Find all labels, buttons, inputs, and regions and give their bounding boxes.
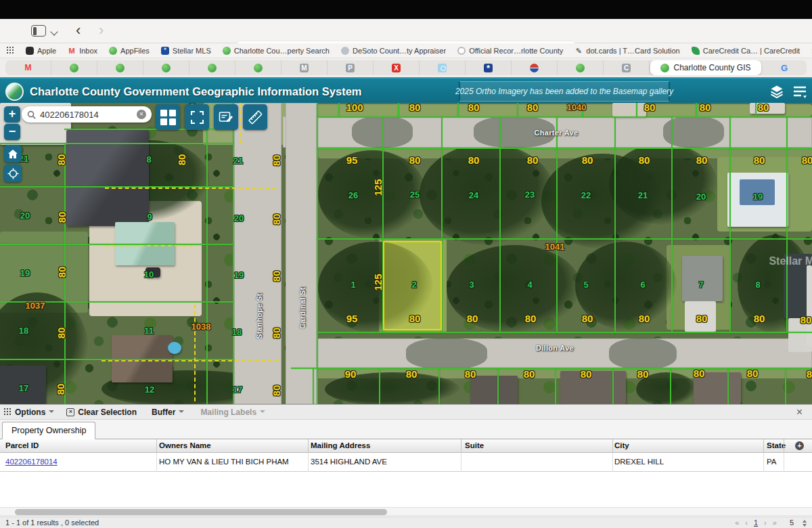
lot-number-label: 8 (146, 154, 151, 164)
bookmark-dotcards[interactable]: ✎dot.cards | T…Card Solution (574, 47, 679, 55)
map[interactable]: 100808080104080808080Charter Ave95808080… (0, 103, 812, 404)
scrollbar-thumb[interactable] (15, 509, 387, 515)
bookmark-carecredit[interactable]: CareCredit Ca… | CareCredit (692, 47, 800, 55)
clear-selection-button[interactable]: × Clear Selection (54, 408, 137, 417)
parcel-search-input[interactable]: 402206178014 × (22, 106, 152, 123)
locate-button[interactable] (4, 164, 22, 182)
buffer-menu[interactable]: Buffer (152, 408, 184, 417)
column-header-city[interactable]: City (614, 439, 629, 453)
column-header-state[interactable]: State (767, 439, 786, 453)
back-button[interactable]: ‹ (76, 21, 81, 40)
select-tool-button[interactable] (185, 104, 209, 130)
basemap-gallery-button[interactable] (156, 104, 180, 130)
tab-rail: MMPX*C Charlotte County GIS G (5, 60, 807, 75)
tab-property-ownership[interactable]: Property Ownership (2, 422, 95, 439)
search-value: 402206178014 (40, 110, 133, 120)
page-title: Charlotte County Government Geographic I… (30, 79, 361, 104)
tab-favicon[interactable]: * (466, 60, 512, 75)
lot-number-label: 11 (144, 326, 154, 336)
dimension-label: 80 (468, 103, 480, 113)
lot-number-label: 4 (527, 280, 532, 290)
zoom-in-button[interactable]: + (4, 106, 20, 123)
mailing-labels-menu[interactable]: Mailing Labels (200, 408, 265, 417)
tab-favicon[interactable] (512, 60, 558, 75)
pen-icon: ✎ (574, 47, 583, 55)
tab-favicon[interactable] (51, 60, 97, 75)
bookmark-inbox[interactable]: MInbox (68, 47, 97, 55)
dimension-label: 125 (372, 273, 384, 290)
tab-favicon[interactable] (189, 60, 235, 75)
gray-icon: C (622, 64, 631, 72)
dimension-label: 80 (465, 368, 476, 380)
close-panel-icon[interactable]: × (796, 406, 808, 418)
dimension-label: 95 (346, 154, 358, 166)
tab-favicon[interactable] (235, 60, 281, 75)
tab-favicon[interactable] (97, 60, 143, 75)
globe-icon (223, 47, 231, 55)
menu-icon[interactable] (792, 83, 808, 100)
column-header-suite[interactable]: Suite (465, 439, 484, 453)
tab-charlotte-county-gis[interactable]: Charlotte County GIS (650, 60, 761, 75)
dimension-label: 80 (758, 103, 769, 113)
table-header: Parcel ID Owners Name Mailing Address Su… (0, 439, 812, 453)
dimension-label: 80 (639, 313, 650, 324)
tab-favicon[interactable] (558, 60, 604, 75)
column-header-mailing-address[interactable]: Mailing Address (311, 439, 370, 453)
chevron-down-icon[interactable] (50, 28, 58, 35)
column-header-owners-name[interactable]: Owners Name (159, 439, 211, 453)
sphere-icon (530, 64, 539, 72)
first-page-button[interactable]: « (735, 517, 739, 528)
tab-favicon[interactable]: C (604, 60, 650, 75)
tab-favicon[interactable] (143, 60, 189, 75)
lot-number-label: 1 (351, 280, 355, 290)
dimension-label: 95 (346, 313, 358, 324)
measure-tool-button[interactable] (243, 104, 267, 130)
dimension-label: 80 (55, 328, 67, 339)
lot-number-label: 23 (525, 190, 535, 200)
next-page-button[interactable]: › (764, 517, 767, 528)
sidebar-icon[interactable] (31, 25, 46, 37)
zoom-out-button[interactable]: − (4, 124, 20, 140)
mac-menubar (0, 0, 812, 19)
forward-button[interactable]: › (99, 21, 104, 40)
tab-favicon[interactable]: X (374, 60, 420, 75)
bookmark-desoto-appraiser[interactable]: DeSoto Count…ty Appraiser (341, 47, 446, 55)
parcel-id-link[interactable]: 402206178014 (5, 453, 58, 472)
lot-number-label: 2 (411, 280, 416, 290)
favorites-grid-icon[interactable] (7, 47, 14, 54)
block-number-label: 1037 (26, 301, 45, 311)
county-logo (5, 83, 24, 101)
tab-favicon[interactable]: M (281, 60, 328, 75)
lot-number-label: 12 (145, 384, 154, 395)
column-header-parcel-id[interactable]: Parcel ID (5, 439, 39, 453)
annotate-tool-button[interactable] (214, 104, 238, 130)
tab-favicon[interactable]: M (5, 60, 51, 75)
tab-google[interactable]: G (762, 60, 807, 75)
horizontal-scrollbar[interactable] (0, 507, 812, 516)
tab-favicon[interactable] (420, 60, 466, 75)
bookmark-stellar-mls[interactable]: *Stellar MLS (161, 47, 211, 55)
options-menu[interactable]: Options (4, 408, 54, 417)
page-size-value[interactable]: 5 (790, 517, 794, 528)
last-page-button[interactable]: » (773, 517, 777, 528)
table-row[interactable]: 402206178014 HO MY VAN & LIEU THI BICH P… (0, 453, 812, 472)
clear-search-icon[interactable]: × (137, 110, 146, 119)
bookmark-appfiles[interactable]: AppFiles (109, 47, 150, 55)
layers-icon[interactable] (769, 83, 785, 100)
current-page[interactable]: 1 (754, 517, 758, 528)
dimension-label: 80 (700, 103, 711, 113)
tab-favicon[interactable]: P (328, 60, 374, 75)
dimension-label: 80 (271, 328, 282, 339)
bookmark-apple[interactable]: Apple (26, 47, 56, 55)
lot-number-label: 8 (755, 280, 760, 290)
home-button[interactable] (4, 145, 22, 162)
search-icon (27, 110, 36, 119)
bookmark-official-records[interactable]: Official Recor…rlotte County (457, 47, 563, 55)
page-size-spinner[interactable] (803, 520, 807, 527)
dimension-label: 80 (524, 368, 535, 380)
prev-page-button[interactable]: ‹ (745, 517, 748, 528)
dimension-label: 80 (754, 313, 765, 324)
add-column-icon[interactable]: + (795, 441, 804, 450)
lot-number-label: 3 (469, 280, 474, 290)
bookmark-charlotte-property-search[interactable]: Charlotte Cou…perty Search (223, 47, 330, 55)
